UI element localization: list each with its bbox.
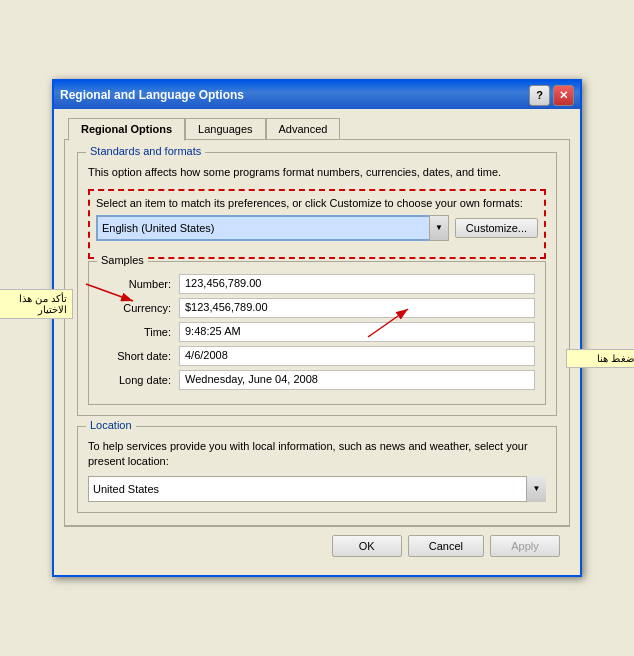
sample-shortdate-label: Short date: — [99, 350, 179, 362]
samples-label: Samples — [97, 254, 148, 266]
standards-group-label: Standards and formats — [86, 145, 205, 157]
dialog-content: Regional Options Languages Advanced Stan… — [54, 109, 580, 574]
sample-longdate-row: Long date: Wednesday, June 04, 2008 — [99, 370, 535, 390]
location-select-wrapper: United States ▼ — [88, 476, 546, 502]
title-bar-controls: ? ✕ — [529, 85, 574, 106]
tab-advanced[interactable]: Advanced — [266, 118, 341, 141]
sample-number-value: 123,456,789.00 — [179, 274, 535, 294]
sample-number-label: Number: — [99, 278, 179, 290]
window-title: Regional and Language Options — [60, 88, 244, 102]
samples-group: Samples Number: 123,456,789.00 Currency:… — [88, 261, 546, 405]
dialog-buttons: OK Cancel Apply — [64, 526, 570, 565]
sample-longdate-label: Long date: — [99, 374, 179, 386]
standards-group: Standards and formats This option affect… — [77, 152, 557, 415]
standards-description: This option affects how some programs fo… — [88, 165, 546, 180]
standards-group-content: This option affects how some programs fo… — [88, 165, 546, 404]
sample-time-row: Time: 9:48:25 AM — [99, 322, 535, 342]
sample-currency-value: $123,456,789.00 — [179, 298, 535, 318]
location-label: Location — [86, 419, 136, 431]
samples-rows: Number: 123,456,789.00 Currency: $123,45… — [99, 274, 535, 390]
right-annotation: ثم اضغط هنا — [566, 349, 634, 368]
select-instruction: Select an item to match its preferences,… — [96, 197, 538, 209]
sample-longdate-value: Wednesday, June 04, 2008 — [179, 370, 535, 390]
locale-select-row: English (United States) ▼ Customize... — [96, 215, 538, 241]
apply-button[interactable]: Apply — [490, 535, 560, 557]
tab-content-regional: Standards and formats This option affect… — [64, 139, 570, 525]
locale-select[interactable]: English (United States) — [96, 215, 449, 241]
select-dashed-box: Select an item to match its preferences,… — [88, 189, 546, 259]
sample-shortdate-row: Short date: 4/6/2008 — [99, 346, 535, 366]
sample-currency-row: Currency: $123,456,789.00 — [99, 298, 535, 318]
location-description: To help services provide you with local … — [88, 439, 546, 470]
sample-time-value: 9:48:25 AM — [179, 322, 535, 342]
customize-button[interactable]: Customize... — [455, 218, 538, 238]
help-button[interactable]: ? — [529, 85, 550, 106]
close-button[interactable]: ✕ — [553, 85, 574, 106]
left-annotation: تأكد من هذا الاختيار — [0, 289, 73, 319]
sample-shortdate-value: 4/6/2008 — [179, 346, 535, 366]
tab-regional-options[interactable]: Regional Options — [68, 118, 185, 141]
title-bar: Regional and Language Options ? ✕ — [54, 81, 580, 109]
dialog-window: Regional and Language Options ? ✕ Region… — [52, 79, 582, 576]
sample-currency-label: Currency: — [99, 302, 179, 314]
sample-number-row: Number: 123,456,789.00 — [99, 274, 535, 294]
sample-time-label: Time: — [99, 326, 179, 338]
ok-button[interactable]: OK — [332, 535, 402, 557]
location-group: Location To help services provide you wi… — [77, 426, 557, 513]
locale-select-wrapper: English (United States) ▼ — [96, 215, 449, 241]
select-annotation-area: تأكد من هذا الاختيار ثم اضغط هنا Select … — [88, 189, 546, 259]
tab-languages[interactable]: Languages — [185, 118, 265, 141]
tab-bar: Regional Options Languages Advanced — [64, 117, 570, 140]
cancel-button[interactable]: Cancel — [408, 535, 484, 557]
location-select[interactable]: United States — [88, 476, 546, 502]
